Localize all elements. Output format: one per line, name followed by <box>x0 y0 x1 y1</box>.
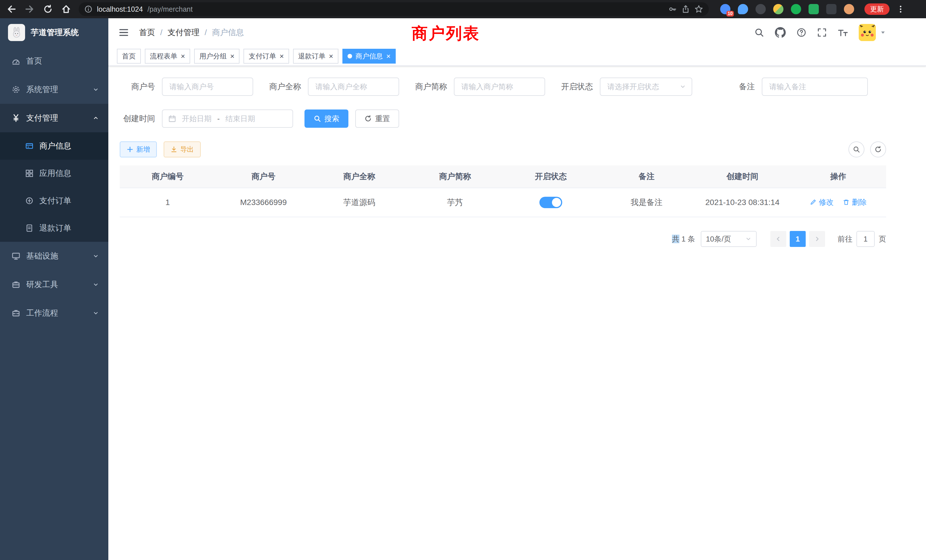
edit-button-label: 修改 <box>819 197 834 207</box>
tab-label: 流程表单 <box>150 51 177 61</box>
extension-green-circle-icon[interactable] <box>791 4 801 14</box>
close-icon[interactable]: × <box>230 53 235 60</box>
export-button[interactable]: 导出 <box>163 141 201 157</box>
sidebar-logo[interactable]: 芋道管理系统 <box>0 18 108 47</box>
extension-tampermonkey-icon[interactable] <box>826 4 837 14</box>
pagination: 共 1 条 10条/页 1 前往 <box>120 231 886 247</box>
merchant-table: 商户编号 商户号 商户全称 商户简称 开启状态 备注 创建时间 操作 1 M23… <box>120 165 886 217</box>
font-size-icon[interactable] <box>838 27 848 38</box>
cell-merchant-id: 1 <box>120 188 216 217</box>
status-label: 开启状态 <box>558 81 593 92</box>
caret-down-icon <box>880 29 886 36</box>
close-icon[interactable]: × <box>329 53 333 60</box>
tab-refund-order[interactable]: 退款订单 × <box>293 49 338 64</box>
close-icon[interactable]: × <box>181 53 185 60</box>
add-button[interactable]: 新增 <box>120 141 157 157</box>
goto-unit: 页 <box>879 234 886 244</box>
tags-view-bar: 首页 流程表单 × 用户分组 × 支付订单 × 退款订单 × 商户信息 × <box>108 47 926 66</box>
sidebar-item-home[interactable]: 首页 <box>0 47 108 75</box>
sidebar-item-infra[interactable]: 基础设施 <box>0 242 108 270</box>
sidebar-item-refund-order[interactable]: 退款订单 <box>0 215 108 242</box>
date-range-separator: - <box>217 114 220 123</box>
refresh-table-button[interactable] <box>870 141 886 157</box>
short-name-input[interactable] <box>454 77 545 96</box>
close-icon[interactable]: × <box>279 53 284 60</box>
end-date-placeholder: 结束日期 <box>225 114 255 124</box>
extension-dark-circle-icon[interactable] <box>755 4 766 14</box>
sidebar-item-label: 支付管理 <box>26 113 58 123</box>
show-search-button[interactable] <box>849 141 864 157</box>
navbar: 首页 / 支付管理 / 商户信息 商户列表 <box>108 18 926 47</box>
forward-button[interactable] <box>22 1 38 17</box>
share-icon[interactable] <box>681 5 690 14</box>
edit-icon <box>809 199 817 206</box>
password-key-icon[interactable] <box>668 5 677 14</box>
bookmark-star-icon[interactable] <box>694 5 703 14</box>
extension-green-doc-icon[interactable] <box>808 4 819 14</box>
extension-avatar-icon[interactable] <box>773 4 784 14</box>
tab-process-form[interactable]: 流程表单 × <box>145 49 190 64</box>
reset-button[interactable]: 重置 <box>355 109 399 128</box>
sidebar-item-pay-order[interactable]: 支付订单 <box>0 187 108 215</box>
profile-avatar-icon[interactable] <box>844 4 854 14</box>
page-size-select[interactable]: 10条/页 <box>701 231 757 247</box>
breadcrumb-payment[interactable]: 支付管理 <box>168 27 200 38</box>
help-icon[interactable] <box>797 28 806 37</box>
merchant-no-input[interactable] <box>162 77 253 96</box>
tab-merchant-info[interactable]: 商户信息 × <box>342 49 396 64</box>
home-button[interactable] <box>58 1 74 17</box>
page-content: 商户号 商户全称 商户简称 开启状态 请选择开启状态 <box>108 66 926 560</box>
page-annotation: 商户列表 <box>412 23 480 44</box>
table-row: 1 M233666999 芋道源码 芋艿 我是备注 2021-10-23 08:… <box>120 188 886 217</box>
tab-user-group[interactable]: 用户分组 × <box>194 49 239 64</box>
browser-update-button[interactable]: 更新 <box>864 3 890 15</box>
start-date-placeholder: 开始日期 <box>182 114 212 124</box>
fullscreen-icon[interactable] <box>817 28 827 37</box>
sidebar-item-workflow[interactable]: 工作流程 <box>0 299 108 327</box>
tab-label: 退款订单 <box>298 51 325 61</box>
address-bar[interactable]: localhost:1024/pay/merchant <box>79 2 709 16</box>
date-range-picker[interactable]: 开始日期 - 结束日期 <box>162 109 293 128</box>
breadcrumb-home[interactable]: 首页 <box>139 27 155 38</box>
page-number-1[interactable]: 1 <box>790 231 806 247</box>
back-button[interactable] <box>3 1 20 17</box>
chevron-down-icon <box>92 253 99 259</box>
grid-icon <box>25 169 34 178</box>
search-button[interactable]: 搜索 <box>304 109 348 128</box>
status-select[interactable]: 请选择开启状态 <box>600 77 692 96</box>
next-page-button[interactable] <box>809 231 825 247</box>
close-icon[interactable]: × <box>386 53 390 60</box>
tab-home[interactable]: 首页 <box>117 49 141 64</box>
sidebar-item-devtools[interactable]: 研发工具 <box>0 270 108 299</box>
browser-menu-icon[interactable] <box>896 5 905 14</box>
search-icon[interactable] <box>754 28 764 37</box>
extension-pin-drop-icon[interactable] <box>738 4 748 14</box>
prev-page-button[interactable] <box>770 231 786 247</box>
hamburger-icon[interactable] <box>117 25 131 40</box>
filter-row-1: 商户号 商户全称 商户简称 开启状态 请选择开启状态 <box>120 77 886 96</box>
sidebar-item-merchant-info[interactable]: 商户信息 <box>0 132 108 160</box>
logo-rabbit-icon <box>8 24 25 41</box>
sidebar-item-app-info[interactable]: 应用信息 <box>0 160 108 187</box>
extension-blue-badge-icon[interactable]: 10 <box>720 4 731 14</box>
col-full-name: 商户全称 <box>311 165 407 188</box>
reload-button[interactable] <box>40 1 56 17</box>
col-status: 开启状态 <box>503 165 599 188</box>
github-icon[interactable] <box>775 27 786 38</box>
page-info-icon[interactable] <box>85 5 92 13</box>
edit-button[interactable]: 修改 <box>809 197 834 207</box>
user-menu[interactable] <box>859 24 886 41</box>
status-toggle[interactable] <box>539 197 562 208</box>
filter-remark: 备注 <box>720 77 868 96</box>
payment-submenu: 商户信息 应用信息 支付订单 <box>0 132 108 242</box>
remark-input[interactable] <box>762 77 868 96</box>
sidebar-item-label: 支付订单 <box>39 195 71 206</box>
total-unit: 条 <box>688 235 695 243</box>
goto-page-input[interactable] <box>856 231 875 247</box>
sidebar-item-payment[interactable]: 支付管理 <box>0 104 108 132</box>
delete-button[interactable]: 删除 <box>843 197 867 207</box>
tab-pay-order[interactable]: 支付订单 × <box>244 49 289 64</box>
merchant-name-input[interactable] <box>308 77 399 96</box>
extension-badge: 10 <box>726 11 734 17</box>
sidebar-item-system[interactable]: 系统管理 <box>0 75 108 104</box>
